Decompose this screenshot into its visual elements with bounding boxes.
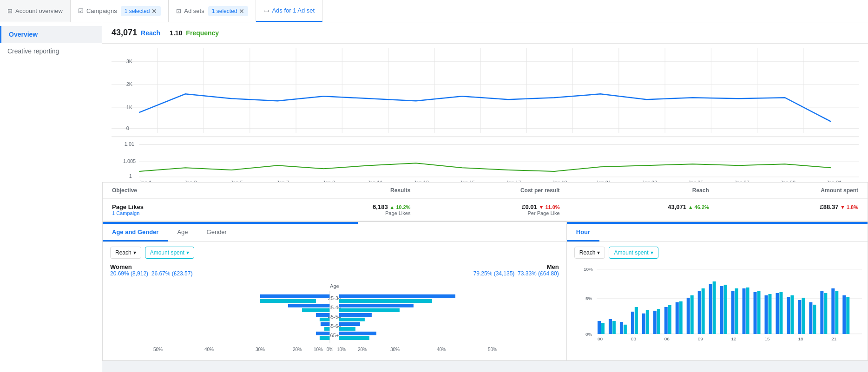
hour-bar-chart: 10% 5% 0% [567,263,868,353]
svg-text:Jan 25: Jan 25 [688,180,704,182]
top-navigation: ⊞ Account overview ☑ Campaigns 1 selecte… [0,0,868,22]
freq-label: Frequency [186,29,219,37]
table-header-row: Objective Results Cost per result Reach … [103,183,868,199]
svg-rect-95 [624,325,627,334]
cell-results: 6,183 ▲ 10.2% Page Likes [261,203,410,216]
svg-rect-66 [339,313,372,317]
svg-text:Jan 19: Jan 19 [552,180,567,182]
svg-text:Jan 27: Jan 27 [734,180,750,182]
svg-rect-90 [598,321,601,334]
svg-rect-56 [316,313,330,317]
campaigns-selected-badge: 1 selected ✕ [121,6,161,16]
tab-hour[interactable]: Hour [567,224,599,241]
gender-labels: Women 20.69% (8,912) 26.67% (£23.57) Men… [103,263,566,279]
svg-text:Jan 3: Jan 3 [184,180,197,182]
svg-rect-132 [831,288,835,334]
age-gender-controls: Reach ▾ Amount spent ▾ [103,242,566,263]
cell-amount: £88.37 ▼ 1.8% [709,203,858,216]
hour-reach-dropdown[interactable]: Reach ▾ [574,247,605,259]
svg-text:30%: 30% [256,347,265,352]
svg-text:1K: 1K [126,104,133,110]
amount-spent-dropdown[interactable]: Amount spent ▾ [145,247,194,259]
svg-rect-53 [260,299,316,303]
header-amount-spent: Amount spent [709,187,858,194]
svg-text:03: 03 [631,336,637,341]
men-stats: 79.25% (34,135) 73.33% (£64.80) [473,270,559,277]
svg-rect-65 [339,308,400,312]
svg-text:5%: 5% [585,296,592,301]
svg-text:10%: 10% [314,347,323,352]
svg-rect-134 [842,295,846,334]
reach-dropdown[interactable]: Reach ▾ [110,247,141,259]
svg-rect-67 [339,318,365,321]
svg-rect-105 [679,301,683,334]
grid-icon: ⊞ [7,7,13,14]
line-chart-container: 3K 2K 1K 0 1.01 1.005 1 [102,44,868,182]
header-cost-per-result: Cost per result [410,187,559,194]
account-overview-tab[interactable]: ⊞ Account overview [0,0,71,22]
bottom-charts: Age and Gender Age Gender Reach ▾ Amount… [102,222,868,361]
svg-text:00: 00 [598,336,603,341]
hour-amount-spent-dropdown[interactable]: Amount spent ▾ [609,247,658,259]
adsets-selected-badge: 1 selected ✕ [208,6,249,16]
svg-rect-104 [676,302,679,334]
sidebar-item-overview[interactable]: Overview [0,26,102,43]
tab-age[interactable]: Age [168,224,197,241]
chevron-down-icon-2: ▾ [186,249,189,256]
adsets-close-btn[interactable]: ✕ [239,7,244,15]
svg-rect-133 [835,291,838,334]
svg-text:0: 0 [126,125,129,131]
svg-text:30%: 30% [390,347,400,352]
svg-text:21: 21 [831,336,837,341]
svg-rect-126 [798,300,801,334]
sidebar-item-creative-reporting[interactable]: Creative reporting [0,43,102,59]
hour-tabs: Hour [567,224,868,242]
svg-text:65+: 65+ [330,333,339,338]
svg-rect-69 [339,327,355,331]
campaigns-tab[interactable]: ☑ Campaigns 1 selected ✕ [71,0,169,22]
ads-for-adset-tab[interactable]: ▭ Ads for 1 Ad set [256,0,322,22]
hour-chart-panel: Hour Reach ▾ Amount spent ▾ [566,222,868,361]
tab-gender[interactable]: Gender [197,224,236,241]
ads-for-adset-label: Ads for 1 Ad set [272,7,315,14]
reach-count: 43,071 [112,28,137,38]
men-label: Men [473,263,559,270]
header-reach: Reach [560,187,709,194]
svg-rect-128 [809,302,812,334]
svg-rect-52 [260,294,330,298]
svg-rect-124 [787,297,790,334]
svg-rect-123 [779,292,783,334]
age-gender-chart-panel: Age and Gender Age Gender Reach ▾ Amount… [102,222,566,361]
svg-text:2K: 2K [126,81,133,87]
svg-text:40%: 40% [204,347,214,352]
svg-text:06: 06 [664,336,670,341]
freq-count: 1.10 [170,29,182,37]
svg-rect-101 [657,309,660,334]
campaigns-close-btn[interactable]: ✕ [151,7,157,15]
svg-rect-118 [753,292,756,334]
campaign-icon: ☑ [78,7,84,14]
svg-text:Jan 1: Jan 1 [139,180,152,182]
main-content: 43,071 Reach 1.10 Frequency [102,22,868,372]
svg-text:Jan 13: Jan 13 [414,180,429,182]
svg-rect-120 [764,295,768,334]
svg-rect-91 [601,323,605,334]
svg-rect-129 [813,305,816,334]
svg-rect-130 [820,291,823,334]
hour-bar-svg: 10% 5% 0% [584,265,862,353]
cell-reach: 43,071 ▲ 46.2% [560,203,709,216]
svg-rect-119 [757,291,760,334]
sidebar: Overview Creative reporting [0,22,102,372]
svg-rect-55 [302,308,330,312]
svg-text:0%: 0% [327,347,334,352]
svg-text:Jan 29: Jan 29 [780,180,796,182]
adsets-tab[interactable]: ⊡ Ad sets 1 selected ✕ [169,0,256,22]
svg-rect-112 [720,286,723,334]
svg-text:Jan 15: Jan 15 [460,180,475,182]
svg-rect-108 [697,291,701,334]
svg-text:50%: 50% [153,347,163,352]
svg-text:Jan 31: Jan 31 [827,180,842,182]
svg-text:10%: 10% [584,267,593,272]
svg-rect-54 [288,304,330,307]
tab-age-gender[interactable]: Age and Gender [103,224,168,241]
